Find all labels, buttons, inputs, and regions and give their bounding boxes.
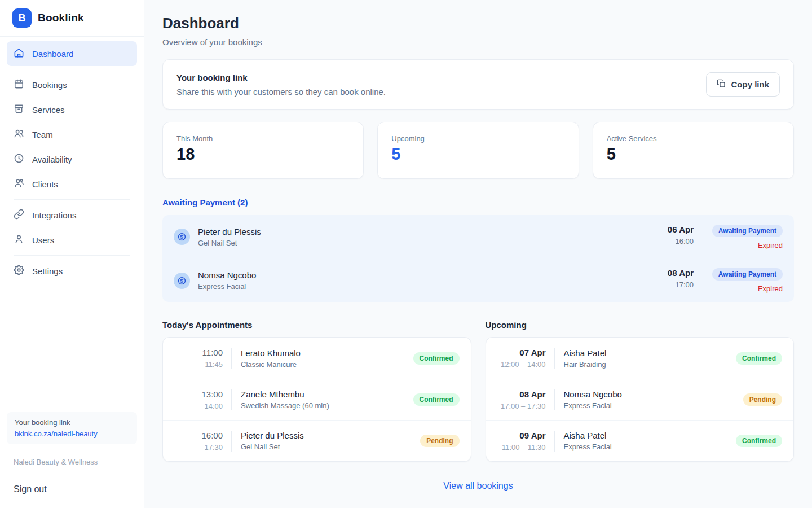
divider [14,199,130,200]
client-name: Nomsa Ngcobo [198,270,256,280]
start-time: 11:00 [174,348,223,357]
appointment-row[interactable]: 13:00 14:00 Zanele Mthembu Swedish Massa… [163,379,471,420]
booking-time: 17:00 [668,281,694,289]
client-name: Aisha Patel [564,348,607,358]
awaiting-payment-row[interactable]: Nomsa Ngcobo Express Facial 08 Apr 17:00… [162,259,794,302]
status-column: Awaiting Payment Expired [706,225,783,249]
row-meta: 08 Apr 17:00 Awaiting Payment Expired [668,268,783,293]
stats-row: This Month 18 Upcoming 5 Active Services… [162,122,794,179]
users-group-icon [14,128,24,141]
client-name: Zanele Mthembu [241,389,329,399]
sidebar-item-dashboard[interactable]: Dashboard [7,41,137,66]
client-info: Pieter du Plessis Gel Nail Set [198,227,261,247]
gear-icon [14,265,24,277]
appointment-row[interactable]: 16:00 17:30 Pieter du Plessis Gel Nail S… [163,420,471,461]
user-icon [14,234,24,246]
booking-link-card-text: Your booking link Share this with your c… [176,73,386,97]
user-round-icon [14,178,24,190]
booking-link-card-title: Your booking link [176,73,386,82]
view-all-bookings-link[interactable]: View all bookings [443,481,513,491]
dollar-circle-icon [174,229,190,245]
sidebar-item-team[interactable]: Team [7,122,137,147]
appointment-times: 08 Apr 17:00 – 17:30 [497,389,555,410]
booking-time: 16:00 [668,237,694,246]
sidebar-item-label: Services [32,105,65,115]
sidebar-item-label: Dashboard [32,49,73,59]
service-name: Hair Braiding [564,360,607,369]
client-info: Aisha Patel Hair Braiding [564,348,607,369]
copy-link-button[interactable]: Copy link [706,72,780,97]
appointment-lists: Today's Appointments 11:00 11:45 Lerato … [162,320,794,462]
end-time: 11:45 [174,360,223,369]
client-name: Lerato Khumalo [241,348,301,358]
booking-date: 09 Apr [497,431,546,440]
status-badge: Pending [743,393,782,406]
copy-icon [717,79,726,90]
appointment-row[interactable]: 07 Apr 12:00 – 14:00 Aisha Patel Hair Br… [486,338,794,379]
sidebar-item-integrations[interactable]: Integrations [7,203,137,227]
todays-appointments-card: 11:00 11:45 Lerato Khumalo Classic Manic… [162,337,471,462]
stat-card-upcoming: Upcoming 5 [377,122,579,179]
service-name: Gel Nail Set [198,239,261,247]
expired-label: Expired [758,284,783,293]
booking-time-range: 11:00 – 11:30 [497,443,546,452]
sidebar-item-services[interactable]: Services [7,97,137,122]
todays-appointments-section: Today's Appointments 11:00 11:45 Lerato … [162,320,471,462]
sidebar-item-users[interactable]: Users [7,227,137,252]
booking-date: 08 Apr [497,389,546,399]
appointment-row[interactable]: 08 Apr 17:00 – 17:30 Nomsa Ngcobo Expres… [486,379,794,420]
status-badge: Confirmed [413,352,460,365]
appointment-times: 13:00 14:00 [174,389,232,410]
status-column: Awaiting Payment Expired [706,268,783,293]
app-logo: B Booklink [0,0,144,36]
sidebar-item-label: Team [32,130,53,139]
stat-value: 5 [391,145,564,164]
service-name: Gel Nail Set [241,443,304,451]
client-info: Aisha Patel Express Facial [564,431,612,451]
stat-card-active-services: Active Services 5 [593,122,794,179]
booking-time-range: 17:00 – 17:30 [497,402,546,410]
booking-date: 07 Apr [497,348,546,357]
app-logo-icon: B [12,8,32,28]
appointment-row[interactable]: 09 Apr 11:00 – 11:30 Aisha Patel Express… [486,420,794,461]
divider [14,255,130,256]
client-name: Aisha Patel [564,431,612,440]
view-all-wrapper: View all bookings [162,481,794,491]
client-name: Nomsa Ngcobo [564,389,622,399]
sidebar-item-settings[interactable]: Settings [7,259,137,283]
sidebar-item-bookings[interactable]: Bookings [7,72,137,97]
sidebar-item-label: Settings [32,266,63,276]
calendar-icon [14,78,24,91]
end-time: 17:30 [174,443,223,452]
stat-card-this-month: This Month 18 [162,122,364,179]
link-icon [14,209,24,221]
client-info: Nomsa Ngcobo Express Facial [198,270,256,291]
awaiting-payment-row[interactable]: Pieter du Plessis Gel Nail Set 06 Apr 16… [162,215,794,259]
awaiting-payment-list: Pieter du Plessis Gel Nail Set 06 Apr 16… [162,215,794,302]
booking-when: 06 Apr 16:00 [668,225,694,246]
awaiting-payment-heading: Awaiting Payment (2) [162,198,794,207]
service-name: Classic Manicure [241,360,301,369]
sidebar: B Booklink Dashboard Bookings Services T… [0,0,144,508]
client-info: Zanele Mthembu Swedish Massage (60 min) [241,389,329,410]
booking-time-range: 12:00 – 14:00 [497,360,546,369]
page-title: Dashboard [162,15,794,32]
booking-when: 08 Apr 17:00 [668,268,694,289]
row-meta: 06 Apr 16:00 Awaiting Payment Expired [668,225,783,249]
service-name: Express Facial [564,401,622,410]
client-info: Nomsa Ngcobo Express Facial [564,389,622,410]
stat-label: This Month [176,134,350,143]
sidebar-item-label: Clients [32,179,58,189]
sidebar-item-availability[interactable]: Availability [7,147,137,172]
status-badge: Confirmed [413,393,460,406]
dollar-circle-icon [174,273,190,289]
service-name: Swedish Massage (60 min) [241,401,329,410]
booking-link-url[interactable]: bklnk.co.za/naledi-beauty [15,430,129,438]
clock-icon [14,153,24,165]
appointment-row[interactable]: 11:00 11:45 Lerato Khumalo Classic Manic… [163,338,471,379]
expired-label: Expired [758,241,783,249]
booking-date: 06 Apr [668,225,694,234]
sidebar-item-clients[interactable]: Clients [7,172,137,196]
todays-appointments-heading: Today's Appointments [162,320,471,330]
sign-out-button[interactable]: Sign out [0,474,144,508]
